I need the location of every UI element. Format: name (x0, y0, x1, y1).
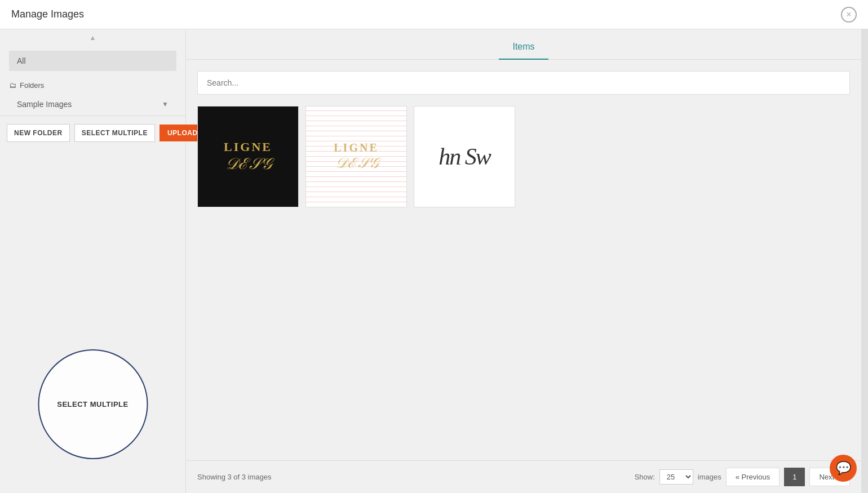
search-input[interactable] (197, 71, 850, 95)
sidebar: ▲ All 🗂 Folders Sample Images ▼ SELECT M… (0, 29, 186, 493)
folder-icon: 🗂 (9, 81, 16, 90)
dark-logo-image: LIGNE 𝒟ℰ𝒮𝒢 (224, 140, 272, 174)
chat-icon: 💬 (836, 461, 851, 476)
chat-button[interactable]: 💬 (830, 455, 857, 482)
scroll-top-arrow: ▲ (0, 29, 185, 46)
close-button[interactable]: × (841, 7, 857, 23)
tabs-bar: Items (186, 29, 861, 60)
folders-section: 🗂 Folders (0, 75, 185, 93)
select-multiple-button[interactable]: SELECT MULTIPLE (74, 124, 155, 142)
tab-items[interactable]: Items (499, 35, 548, 60)
previous-button[interactable]: « Previous (726, 468, 780, 486)
signature-image: hn Sw (439, 143, 490, 170)
modal-header: Manage Images × (0, 0, 868, 29)
pagination-right: Show: 25 50 100 images « Previous 1 Next… (635, 468, 850, 486)
image-grid: LIGNE 𝒟ℰ𝒮𝒢 LIGNE 𝒟ℰ𝒮𝒢 hn Sw (197, 106, 850, 207)
image-thumb-2[interactable]: LIGNE 𝒟ℰ𝒮𝒢 (305, 106, 407, 207)
modal-body: ▲ All 🗂 Folders Sample Images ▼ SELECT M… (0, 29, 868, 493)
image-thumb-3[interactable]: hn Sw (414, 106, 515, 207)
gallery-area: LIGNE 𝒟ℰ𝒮𝒢 LIGNE 𝒟ℰ𝒮𝒢 hn Sw (186, 60, 861, 460)
sidebar-item-sample-images[interactable]: Sample Images ▼ (9, 95, 176, 113)
right-scrollbar[interactable] (861, 29, 868, 493)
current-page-button[interactable]: 1 (784, 468, 805, 486)
show-select[interactable]: 25 50 100 (659, 469, 693, 485)
main-content: Items LIGNE 𝒟ℰ𝒮𝒢 (186, 29, 861, 493)
image-thumb-1[interactable]: LIGNE 𝒟ℰ𝒮𝒢 (197, 106, 299, 207)
select-multiple-circle[interactable]: SELECT MULTIPLE (38, 349, 148, 459)
manage-images-modal: Manage Images × ▲ All 🗂 Folders Sample I… (0, 0, 868, 493)
new-folder-button[interactable]: NEW FOLDER (7, 124, 70, 142)
gallery-footer: Showing 3 of 3 images Show: 25 50 100 im… (186, 460, 861, 493)
sidebar-item-all[interactable]: All (9, 51, 176, 71)
show-label: Show: (635, 473, 655, 481)
images-label: images (698, 473, 721, 481)
chevron-down-icon: ▼ (162, 100, 169, 108)
sidebar-bottom-bar: NEW FOLDER SELECT MULTIPLE UPLOAD IMAGE (0, 116, 185, 149)
folder-name: Sample Images (17, 100, 72, 109)
modal-title: Manage Images (11, 8, 84, 20)
showing-text: Showing 3 of 3 images (197, 473, 272, 481)
light-logo-image: LIGNE 𝒟ℰ𝒮𝒢 (334, 141, 378, 172)
select-multiple-circle-label: SELECT MULTIPLE (57, 400, 128, 408)
folders-label: Folders (20, 81, 44, 90)
